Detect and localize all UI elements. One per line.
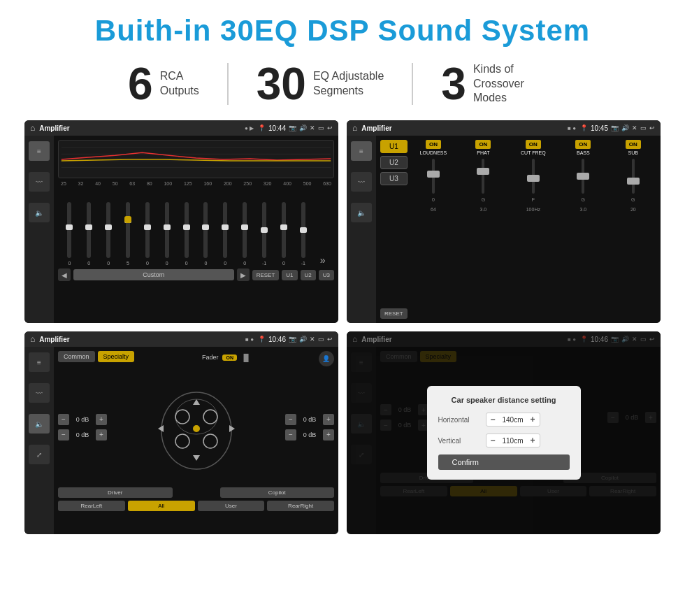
- screen-3-fader: ⌂ Amplifier ■ ● 📍 10:46 📷 🔊 ✕ ▭ ↩ ≡: [24, 331, 338, 534]
- crossover-sliders-area: ON LOUDNESS 0 ON PH: [410, 140, 656, 319]
- eq-u3-btn[interactable]: U3: [319, 270, 334, 280]
- dialog-title: Car speaker distance setting: [438, 396, 570, 404]
- cutfreq-toggle[interactable]: ON: [526, 140, 541, 149]
- wave-icon-3: 〰: [36, 389, 43, 397]
- eq-reset-btn[interactable]: RESET: [252, 270, 280, 280]
- back-icon-2[interactable]: ↩: [649, 124, 655, 131]
- battery-icon-1: ▭: [318, 124, 324, 131]
- vertical-label: Vertical: [438, 437, 480, 445]
- eq-sliders: 0 0 0 5: [58, 189, 334, 266]
- loudness-toggle[interactable]: ON: [426, 140, 441, 149]
- sidebar-expand-btn-3[interactable]: ⤢: [29, 445, 50, 464]
- close-icon-2[interactable]: ✕: [632, 124, 637, 131]
- eq-slider-8[interactable]: 0: [217, 202, 234, 266]
- phat-toggle[interactable]: ON: [475, 140, 491, 149]
- bass-slider[interactable]: [577, 155, 589, 197]
- sidebar-wave-btn[interactable]: 〰: [29, 172, 50, 192]
- user-btn[interactable]: User: [198, 501, 265, 511]
- eq-slider-6[interactable]: 0: [178, 202, 195, 266]
- home-icon-2[interactable]: ⌂: [352, 123, 357, 133]
- eq-u2-btn[interactable]: U2: [301, 270, 316, 280]
- loudness-slider[interactable]: [427, 155, 440, 197]
- fader-top-row: Common Specialty Fader ON ▐▌ 👤: [58, 351, 334, 366]
- eq-slider-4[interactable]: 0: [138, 202, 156, 266]
- sidebar-speaker-btn-2[interactable]: 🔈: [351, 203, 372, 222]
- car-diagram-svg: [147, 378, 245, 476]
- eq-slider-11[interactable]: 0: [275, 202, 292, 266]
- svg-rect-13: [627, 178, 640, 185]
- vertical-minus[interactable]: −: [491, 436, 496, 445]
- screenshots-grid: ⌂ Amplifier ● ▶ 📍 10:44 📷 🔊 ✕ ▭ ↩ ≡: [21, 120, 664, 534]
- vol-plus-rl[interactable]: +: [96, 429, 107, 440]
- eq-icon-2: ≡: [359, 148, 363, 155]
- fader-on-pill[interactable]: ON: [222, 354, 237, 361]
- phat-label: PHAT: [477, 150, 489, 155]
- eq-slider-1[interactable]: 0: [80, 202, 98, 266]
- eq-slider-5[interactable]: 0: [158, 202, 175, 266]
- eq-slider-7[interactable]: 0: [197, 202, 215, 266]
- vertical-plus[interactable]: +: [531, 436, 535, 445]
- tab-specialty[interactable]: Specialty: [98, 351, 135, 362]
- rearleft-btn[interactable]: RearLeft: [58, 501, 125, 511]
- sidebar-eq-btn-2[interactable]: ≡: [351, 141, 372, 161]
- crossover-reset-btn[interactable]: RESET: [380, 308, 408, 319]
- sub-slider[interactable]: [627, 155, 640, 197]
- cutfreq-col: ON CUT FREQ F: [510, 140, 556, 202]
- channel-u1[interactable]: U1: [380, 140, 408, 153]
- bass-toggle[interactable]: ON: [575, 140, 591, 149]
- sidebar-speaker-btn-3[interactable]: 🔈: [29, 414, 50, 434]
- fader-slider-icon: ▐▌: [241, 354, 251, 361]
- eq-slider-9[interactable]: 0: [236, 202, 254, 266]
- eq-u1-btn[interactable]: U1: [282, 270, 297, 280]
- back-icon-3[interactable]: ↩: [327, 336, 333, 343]
- eq-slider-2[interactable]: 0: [100, 202, 117, 266]
- home-icon-1[interactable]: ⌂: [30, 123, 35, 133]
- sidebar-wave-btn-2[interactable]: 〰: [351, 172, 372, 192]
- all-btn[interactable]: All: [128, 501, 195, 511]
- stat-number-eq: 30: [257, 62, 306, 106]
- eq-slider-10[interactable]: -1: [256, 202, 273, 266]
- channel-u3[interactable]: U3: [380, 172, 408, 185]
- vol-plus-rr[interactable]: +: [323, 429, 334, 440]
- vol-minus-rr[interactable]: −: [285, 429, 296, 440]
- time-2: 10:45: [591, 124, 608, 132]
- copilot-btn[interactable]: Copilot: [220, 487, 335, 498]
- eq-next-btn[interactable]: ▶: [237, 268, 250, 281]
- vol-minus-fl[interactable]: −: [58, 414, 69, 425]
- fader-label: Fader: [202, 354, 219, 361]
- horizontal-minus[interactable]: −: [491, 415, 496, 424]
- settings-circle-btn[interactable]: 👤: [319, 351, 334, 366]
- sub-toggle[interactable]: ON: [626, 140, 641, 149]
- vol-plus-fl[interactable]: +: [96, 414, 107, 425]
- confirm-button[interactable]: Confirm: [438, 454, 570, 470]
- close-icon-1[interactable]: ✕: [310, 124, 315, 131]
- eq-slider-0[interactable]: 0: [61, 202, 78, 266]
- sidebar-eq-btn-3[interactable]: ≡: [29, 352, 50, 372]
- loudness-label: LOUDNESS: [420, 150, 447, 155]
- eq-prev-btn[interactable]: ◀: [58, 268, 71, 281]
- driver-btn[interactable]: Driver: [58, 487, 173, 498]
- sidebar-wave-btn-3[interactable]: 〰: [29, 383, 50, 403]
- sidebar-speaker-btn[interactable]: 🔈: [29, 203, 50, 222]
- home-icon-3[interactable]: ⌂: [30, 334, 35, 344]
- vol-minus-fr[interactable]: −: [285, 414, 296, 425]
- eq-slider-3[interactable]: 5: [120, 202, 137, 266]
- screen1-content: ≡ 〰 🔈: [24, 136, 338, 323]
- sidebar-eq-btn[interactable]: ≡: [29, 141, 50, 161]
- channel-u2[interactable]: U2: [380, 156, 408, 169]
- cutfreq-slider[interactable]: [527, 155, 540, 197]
- back-icon-1[interactable]: ↩: [327, 124, 333, 131]
- eq-slider-expand[interactable]: »: [314, 255, 331, 266]
- rearright-btn[interactable]: RearRight: [267, 501, 334, 511]
- eq-main-area: 25 32 40 50 63 80 100 125 160 200 250 32…: [54, 136, 338, 323]
- tab-common[interactable]: Common: [58, 351, 95, 362]
- phat-slider[interactable]: [477, 155, 489, 197]
- sub-col: ON SUB G: [610, 140, 656, 202]
- close-icon-3[interactable]: ✕: [310, 336, 315, 343]
- horizontal-plus[interactable]: +: [531, 415, 535, 424]
- fader-tabs: Common Specialty: [58, 351, 134, 362]
- vertical-val-group: − 110cm +: [486, 434, 540, 447]
- eq-slider-12[interactable]: -1: [294, 202, 312, 266]
- vol-minus-rl[interactable]: −: [58, 429, 69, 440]
- vol-plus-fr[interactable]: +: [323, 414, 334, 425]
